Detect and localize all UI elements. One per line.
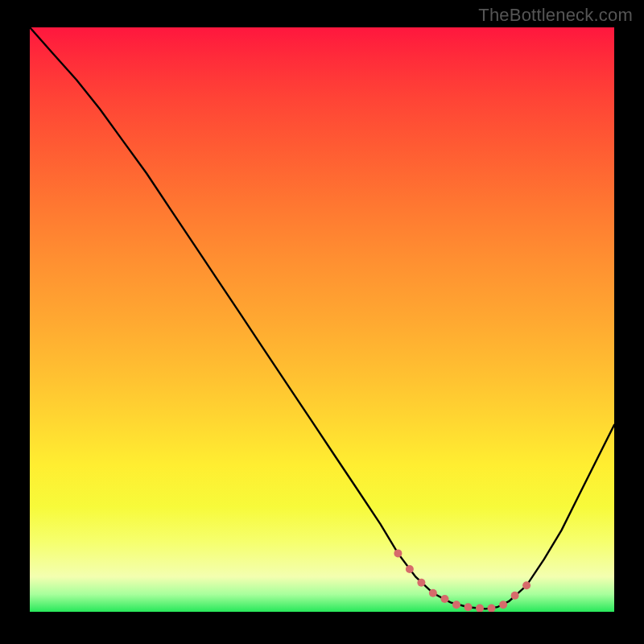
optimal-marker-dot [499,601,507,609]
optimal-marker-dot [406,565,414,573]
optimal-marker-dot [429,589,437,597]
optimal-marker-dot [488,605,496,612]
optimal-marker-dot [452,601,460,609]
optimal-marker-dot [394,549,402,557]
optimal-marker-dot [476,605,484,612]
bottleneck-curve [30,27,614,609]
optimal-markers [394,549,530,612]
optimal-marker-dot [417,579,425,587]
optimal-marker-dot [441,595,449,603]
chart-svg [30,27,614,612]
optimal-marker-dot [464,603,473,611]
chart-area [30,27,614,612]
optimal-marker-dot [511,592,519,600]
watermark-text: TheBottleneck.com [478,5,633,26]
optimal-marker-dot [522,581,530,589]
